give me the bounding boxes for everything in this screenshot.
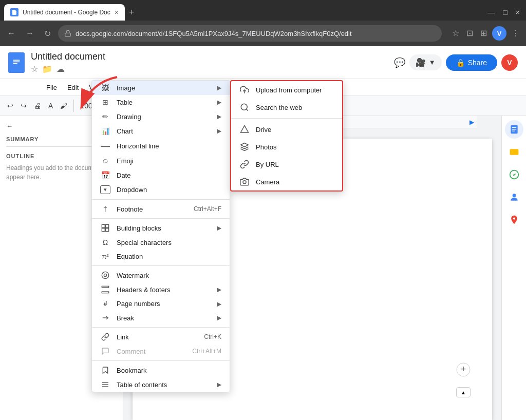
- url-icon: [239, 160, 250, 169]
- svg-rect-0: [65, 33, 71, 36]
- lock-share-icon: 🔒: [456, 59, 465, 67]
- window-minimize-button[interactable]: —: [485, 6, 497, 18]
- by-url-item[interactable]: By URL: [231, 156, 342, 173]
- svg-marker-29: [241, 126, 249, 133]
- submenu-separator: [231, 118, 342, 119]
- redo-button[interactable]: ↪: [17, 100, 30, 112]
- refresh-button[interactable]: ↻: [41, 27, 54, 41]
- insert-emoji-item[interactable]: ☺ Emoji: [92, 154, 230, 168]
- insert-page-numbers-item[interactable]: # Page numbers ▶: [92, 297, 230, 311]
- chrome-profile-button[interactable]: V: [492, 26, 506, 41]
- svg-point-13: [512, 194, 516, 197]
- svg-rect-9: [512, 129, 516, 129]
- insert-table-of-contents-item[interactable]: Table of contents ▶: [92, 377, 230, 392]
- table-submenu-arrow: ▶: [217, 99, 221, 106]
- insert-table-item[interactable]: ⊞ Table ▶: [92, 95, 230, 109]
- search-web-label: Search the web: [256, 104, 302, 111]
- insert-horizontal-line-item[interactable]: — Horizontal line: [92, 138, 230, 154]
- right-icon-maps[interactable]: [505, 211, 523, 229]
- page-numbers-icon: #: [100, 300, 110, 308]
- headers-footers-icon: [100, 285, 110, 294]
- address-bar[interactable]: docs.google.com/document/d/1SFQu5A5mi1PX…: [58, 25, 442, 42]
- menu-separator-3: [92, 265, 230, 266]
- drawing-submenu-arrow: ▶: [217, 113, 221, 120]
- search-web-icon: [239, 103, 250, 112]
- svg-rect-10: [512, 131, 515, 131]
- back-button[interactable]: ←: [4, 27, 18, 40]
- svg-rect-21: [102, 292, 108, 293]
- spellcheck-button[interactable]: A: [45, 100, 56, 112]
- right-icon-docs[interactable]: [505, 120, 523, 139]
- svg-rect-2: [13, 60, 20, 61]
- svg-rect-17: [106, 228, 109, 232]
- share-button[interactable]: 🔒 Share: [446, 54, 497, 71]
- insert-bookmark-item[interactable]: Bookmark: [92, 363, 230, 377]
- table-icon: ⊞: [100, 98, 110, 106]
- print-button[interactable]: 🖨: [31, 100, 44, 112]
- more-options-icon[interactable]: ⋮: [510, 26, 522, 41]
- break-icon: [100, 314, 110, 322]
- paint-format-button[interactable]: 🖌: [57, 100, 70, 112]
- chart-submenu-arrow: ▶: [217, 127, 221, 135]
- toc-icon: [100, 380, 110, 389]
- insert-special-chars-item[interactable]: Ω Special characters: [92, 235, 230, 250]
- comment-button[interactable]: 💬: [394, 57, 405, 68]
- user-profile-button[interactable]: V: [501, 54, 518, 71]
- profile-accounts-icon[interactable]: ⊡: [464, 26, 475, 41]
- extensions-icon[interactable]: ⊞: [478, 26, 489, 41]
- toolbar-separator-1: [73, 100, 74, 112]
- menu-edit[interactable]: Edit: [62, 82, 84, 93]
- window-close-button[interactable]: ×: [514, 6, 522, 18]
- break-arrow: ▶: [217, 314, 221, 321]
- browser-tab[interactable]: Untitled document - Google Doc ×: [4, 4, 125, 21]
- camera-item[interactable]: Camera: [231, 173, 342, 190]
- star-icon[interactable]: ☆: [31, 64, 38, 74]
- menu-file[interactable]: File: [41, 82, 62, 93]
- cloud-icon[interactable]: ☁: [57, 64, 65, 74]
- insert-dropdown-item[interactable]: ▾ Dropdown: [92, 182, 230, 197]
- right-sidebar: [501, 116, 526, 420]
- plus-button[interactable]: +: [456, 362, 471, 379]
- right-icon-contacts[interactable]: [505, 188, 523, 206]
- bookmark-icon-menu: [100, 366, 110, 374]
- photos-item[interactable]: Photos: [231, 138, 342, 156]
- svg-line-28: [246, 109, 248, 110]
- move-icon[interactable]: 📁: [42, 64, 52, 74]
- insert-drawing-item[interactable]: ✏ Drawing ▶: [92, 109, 230, 124]
- tab-close-button[interactable]: ×: [115, 8, 119, 16]
- undo-button[interactable]: ↩: [4, 100, 16, 112]
- svg-rect-1: [11, 56, 21, 69]
- bookmark-icon[interactable]: ☆: [450, 26, 461, 41]
- insert-building-blocks-item[interactable]: Building blocks ▶: [92, 221, 230, 235]
- insert-equation-item[interactable]: π² Equation: [92, 250, 230, 263]
- share-label: Share: [468, 59, 487, 67]
- forward-button[interactable]: →: [23, 27, 37, 40]
- window-maximize-button[interactable]: □: [501, 6, 509, 18]
- insert-footnote-item[interactable]: † Footnote Ctrl+Alt+F: [92, 202, 230, 216]
- insert-watermark-item[interactable]: Watermark: [92, 268, 230, 282]
- right-icon-tasks[interactable]: [505, 165, 523, 184]
- new-tab-button[interactable]: +: [129, 7, 135, 18]
- upload-from-computer-item[interactable]: Upload from computer: [231, 81, 342, 99]
- date-icon: 📅: [100, 171, 110, 179]
- insert-break-item[interactable]: Break ▶: [92, 311, 230, 325]
- docs-title[interactable]: Untitled document: [31, 51, 388, 62]
- image-submenu-arrow: ▶: [217, 84, 221, 91]
- insert-link-item[interactable]: Link Ctrl+K: [92, 330, 230, 344]
- right-icon-slides[interactable]: [505, 143, 523, 161]
- insert-headers-footers-item[interactable]: Headers & footers ▶: [92, 282, 230, 297]
- insert-date-item[interactable]: 📅 Date: [92, 168, 230, 182]
- insert-image-item[interactable]: 🖼 Image ▶: [92, 81, 230, 95]
- search-web-item[interactable]: Search the web: [231, 99, 342, 116]
- comment-icon: [100, 347, 110, 355]
- drive-item[interactable]: Drive: [231, 121, 342, 138]
- building-blocks-icon: [100, 224, 110, 232]
- insert-chart-item[interactable]: 📊 Chart ▶: [92, 124, 230, 138]
- scroll-top-button[interactable]: ▲: [456, 387, 471, 397]
- meet-label: ▼: [429, 59, 436, 66]
- emoji-icon: ☺: [100, 157, 110, 165]
- back-arrow-icon: ←: [6, 122, 13, 130]
- meet-button[interactable]: 🎥 ▼: [409, 54, 442, 70]
- tab-title: Untitled document - Google Doc: [23, 9, 110, 16]
- toc-arrow: ▶: [217, 381, 221, 388]
